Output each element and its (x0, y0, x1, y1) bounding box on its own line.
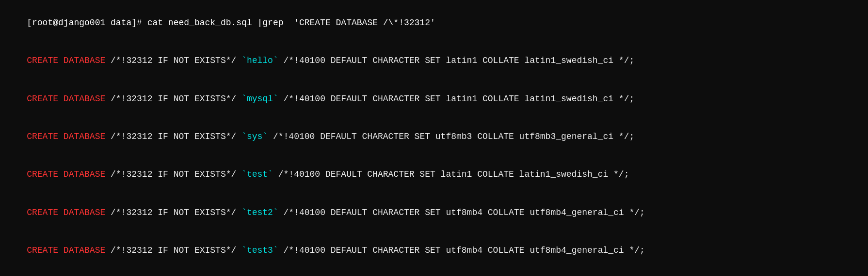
create-database-keyword-3: CREATE DATABASE (27, 132, 105, 141)
db-line-test4: CREATE DATABASE /*!32312 IF NOT EXISTS*/… (6, 269, 862, 276)
db-test-suffix: /*!40100 DEFAULT CHARACTER SET latin1 CO… (273, 169, 629, 179)
db-sys-suffix: /*!40100 DEFAULT CHARACTER SET utf8mb3 C… (268, 132, 634, 141)
db-test3-suffix: /*!40100 DEFAULT CHARACTER SET utf8mb4 C… (278, 245, 645, 255)
db-name-test: `test` (241, 169, 273, 179)
db-name-sys: `sys` (241, 132, 268, 141)
create-database-keyword-5: CREATE DATABASE (27, 208, 105, 217)
db-line-hello: CREATE DATABASE /*!32312 IF NOT EXISTS*/… (6, 42, 862, 79)
db-line-test2: CREATE DATABASE /*!32312 IF NOT EXISTS*/… (6, 193, 862, 231)
db-hello-mid: /*!32312 IF NOT EXISTS*/ (105, 56, 241, 65)
terminal: [root@django001 data]# cat need_back_db.… (6, 4, 862, 276)
db-test3-mid: /*!32312 IF NOT EXISTS*/ (105, 245, 241, 255)
db-name-hello: `hello` (241, 56, 278, 65)
db-name-mysql: `mysql` (241, 94, 278, 104)
db-test2-mid: /*!32312 IF NOT EXISTS*/ (105, 208, 241, 217)
db-line-sys: CREATE DATABASE /*!32312 IF NOT EXISTS*/… (6, 118, 862, 155)
create-database-keyword-1: CREATE DATABASE (27, 56, 105, 65)
db-name-test2: `test2` (241, 208, 278, 217)
db-hello-suffix: /*!40100 DEFAULT CHARACTER SET latin1 CO… (278, 56, 635, 65)
db-mysql-mid: /*!32312 IF NOT EXISTS*/ (105, 94, 241, 104)
db-sys-mid: /*!32312 IF NOT EXISTS*/ (105, 132, 241, 141)
db-test-mid: /*!32312 IF NOT EXISTS*/ (105, 169, 241, 179)
prompt: [root@django001 data]# cat need_back_db.… (27, 18, 435, 28)
create-database-keyword-6: CREATE DATABASE (27, 245, 105, 255)
db-line-test3: CREATE DATABASE /*!32312 IF NOT EXISTS*/… (6, 231, 862, 269)
db-mysql-suffix: /*!40100 DEFAULT CHARACTER SET latin1 CO… (278, 94, 635, 104)
db-line-mysql: CREATE DATABASE /*!32312 IF NOT EXISTS*/… (6, 80, 862, 118)
create-database-keyword-4: CREATE DATABASE (27, 169, 105, 179)
db-line-test: CREATE DATABASE /*!32312 IF NOT EXISTS*/… (6, 155, 862, 193)
create-database-keyword-2: CREATE DATABASE (27, 94, 105, 104)
db-test2-suffix: /*!40100 DEFAULT CHARACTER SET utf8mb4 C… (278, 208, 645, 217)
db-name-test3: `test3` (241, 245, 278, 255)
command-line: [root@django001 data]# cat need_back_db.… (6, 4, 862, 42)
